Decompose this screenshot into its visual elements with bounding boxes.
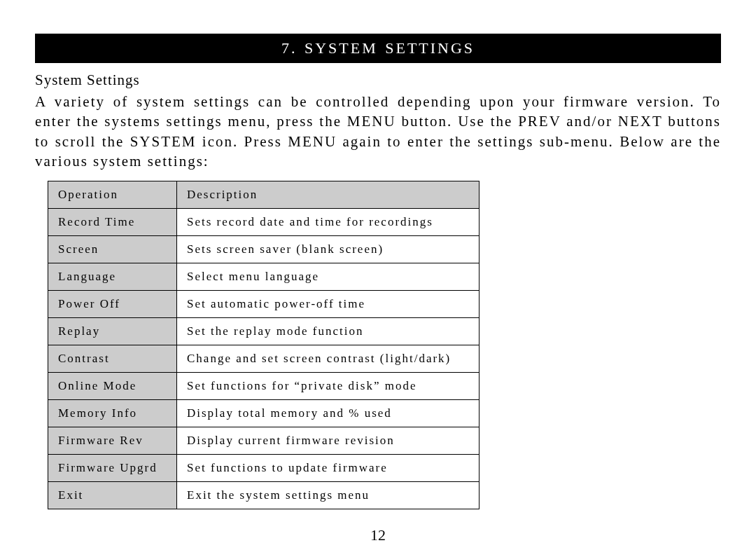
cell-description: Sets screen saver (blank screen) xyxy=(177,236,479,263)
cell-operation: Record Time xyxy=(48,209,177,236)
cell-operation: Firmware Upgrd xyxy=(48,455,177,482)
cell-description: Sets record date and time for recordings xyxy=(177,209,479,236)
table-row: Replay Set the replay mode function xyxy=(48,318,479,345)
cell-operation: Contrast xyxy=(48,345,177,373)
table-row: Online Mode Set functions for “private d… xyxy=(48,373,479,400)
table-row: Exit Exit the system settings menu xyxy=(48,482,479,509)
table-row: Memory Info Display total memory and % u… xyxy=(48,400,479,427)
column-header-operation: Operation xyxy=(48,181,177,209)
table-row: Language Select menu language xyxy=(48,263,479,291)
cell-description: Set functions for “private disk” mode xyxy=(177,373,479,400)
cell-operation: Online Mode xyxy=(48,373,177,400)
table-row: Record Time Sets record date and time fo… xyxy=(48,209,479,236)
section-header: 7. SYSTEM SETTINGS xyxy=(35,34,721,63)
settings-table: Operation Description Record Time Sets r… xyxy=(48,181,479,509)
cell-operation: Replay xyxy=(48,318,177,345)
cell-description: Set the replay mode function xyxy=(177,318,479,345)
table-row: Firmware Rev Display current firmware re… xyxy=(48,427,479,455)
column-header-description: Description xyxy=(177,181,479,209)
table-row: Contrast Change and set screen contrast … xyxy=(48,345,479,373)
cell-operation: Power Off xyxy=(48,291,177,318)
cell-operation: Exit xyxy=(48,482,177,509)
cell-operation: Memory Info xyxy=(48,400,177,427)
cell-operation: Screen xyxy=(48,236,177,263)
cell-operation: Language xyxy=(48,263,177,291)
table-row: Firmware Upgrd Set functions to update f… xyxy=(48,455,479,482)
cell-description: Set functions to update firmware xyxy=(177,455,479,482)
cell-description: Display total memory and % used xyxy=(177,400,479,427)
cell-description: Set automatic power-off time xyxy=(177,291,479,318)
cell-description: Exit the system settings menu xyxy=(177,482,479,509)
cell-description: Display current firmware revision xyxy=(177,427,479,455)
page-number: 12 xyxy=(35,526,721,544)
cell-description: Change and set screen contrast (light/da… xyxy=(177,345,479,373)
table-row: Power Off Set automatic power-off time xyxy=(48,291,479,318)
table-header-row: Operation Description xyxy=(48,181,479,209)
table-row: Screen Sets screen saver (blank screen) xyxy=(48,236,479,263)
intro-paragraph: A variety of system settings can be cont… xyxy=(35,92,721,171)
section-subtitle: System Settings xyxy=(35,71,721,89)
cell-operation: Firmware Rev xyxy=(48,427,177,455)
cell-description: Select menu language xyxy=(177,263,479,291)
